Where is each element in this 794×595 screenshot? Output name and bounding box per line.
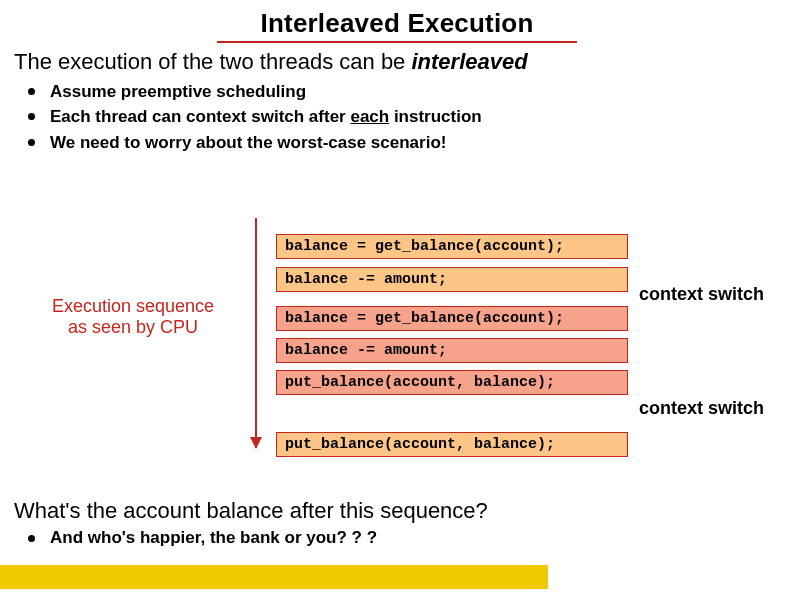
code-line-thread-b: put_balance(account, balance); [276,370,628,395]
code-line-thread-b: balance -= amount; [276,338,628,363]
slide-title: Interleaved Execution [217,8,577,43]
context-switch-label: context switch [639,284,764,305]
lead-emph: interleaved [411,49,527,74]
question-bullet-list: And who's happier, the bank or you? ? ? [28,528,377,548]
lead-prefix: The execution of the two threads can be [14,49,411,74]
bullet-item: Each thread can context switch after eac… [28,106,794,127]
sequence-label: Execution sequence as seen by CPU [38,296,228,337]
code-line-thread-a: put_balance(account, balance); [276,432,628,457]
code-line-thread-b: balance = get_balance(account); [276,306,628,331]
bullet-item: Assume preemptive scheduling [28,81,794,102]
bullet-item: We need to worry about the worst-case sc… [28,132,794,153]
question-line: What's the account balance after this se… [14,498,488,524]
code-line-thread-a: balance -= amount; [276,267,628,292]
execution-diagram: Execution sequence as seen by CPU balanc… [0,218,794,478]
bullet-list: Assume preemptive scheduling Each thread… [28,81,794,153]
sequence-label-line1: Execution sequence [52,296,214,316]
bullet-text: Each thread can context switch after [50,107,350,126]
bullet-item: And who's happier, the bank or you? ? ? [28,528,377,548]
footer-bar [0,565,548,589]
code-line-thread-a: balance = get_balance(account); [276,234,628,259]
bullet-text: instruction [389,107,482,126]
timeline-arrow [255,218,257,448]
lead-line: The execution of the two threads can be … [14,49,780,75]
bullet-underlined: each [350,107,389,126]
context-switch-label: context switch [639,398,764,419]
sequence-label-line2: as seen by CPU [68,317,198,337]
